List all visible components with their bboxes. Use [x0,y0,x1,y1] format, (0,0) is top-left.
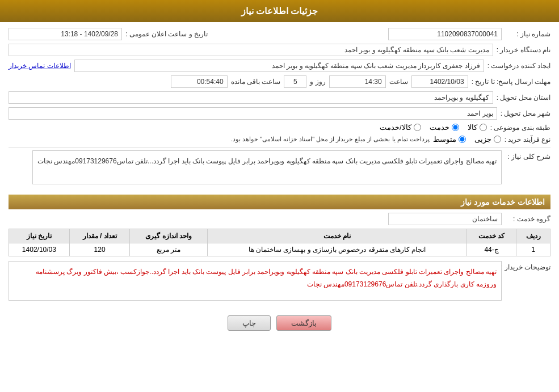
need-number-label: شماره نیاز : [505,30,550,38]
button-row: بازگشت چاپ [9,310,550,336]
buyer-org-value: مدیریت شعب بانک سپه منطقه کهگیلویه و بوی… [9,44,493,56]
category-radio-kala-khedmat[interactable] [414,124,421,131]
buyer-org-label: نام دستگاه خریدار : [497,46,550,54]
purchase-type-option-jozi[interactable]: جزیی [474,135,501,144]
purchase-type-radio-motavaset[interactable] [459,136,466,143]
category-label-kala-khedmat: کالا/خدمت [380,123,411,132]
category-radio-group: کالا/خدمت خدمت کالا [380,123,487,132]
row-city: شهر محل تحویل : بویر احمد [9,107,550,120]
table-header-row: ردیف کد خدمت نام خدمت واحد اندازه گیری ت… [9,229,550,243]
purchase-type-radio-group: متوسط جزیی [433,135,501,144]
city-label: شهر محل تحویل : [501,109,550,117]
col-date: تاریخ نیاز [9,229,70,243]
response-date-value: 1402/10/03 [411,75,468,88]
category-option-kala[interactable]: کالا [468,123,487,132]
row-need-desc: شرح کلی نیاز : تهیه مصالح واجرای تعمیرات… [9,150,550,189]
row-need-number: شماره نیاز : 1102090837000041 تاریخ و سا… [9,28,550,40]
need-number-value: 1102090837000041 [388,28,502,40]
divider-1 [9,147,550,147]
category-label-kala: کالا [468,123,477,132]
buyer-comments-value: تهیه مصالح واجرای تعمیرات تابلو فلکسی مد… [9,261,502,301]
province-value: کهگیلویه و بویراحمد [9,91,493,104]
purchase-type-option-motavaset[interactable]: متوسط [433,135,466,144]
col-row-num: ردیف [516,229,550,243]
province-label: استان محل تحویل : [497,94,550,102]
print-button[interactable]: چاپ [228,315,271,331]
announce-label: تاریخ و ساعت اعلان عمومی : [125,30,208,38]
requester-value: فرزاد جعفری کاربرداز مدیریت شعب بانک سپه… [74,60,484,72]
need-desc-value: تهیه مصالح واجرای تعمیرات تابلو فلکسی مد… [32,150,502,184]
page-title: جزئیات اطلاعات نیاز [241,6,318,16]
response-days-label: روز و [310,78,325,86]
city-value: بویر احمد [9,107,497,120]
row-buyer-org: نام دستگاه خریدار : مدیریت شعب بانک سپه … [9,44,550,56]
table-cell-quantity: 120 [69,243,130,256]
category-radio-kala[interactable] [480,124,487,131]
col-service-code: کد خدمت [466,229,516,243]
category-option-kala-khedmat[interactable]: کالا/خدمت [380,123,421,132]
table-row: 1ج-44انجام کارهای متفرقه درخصوص بازسازی … [9,243,550,256]
service-info-section-title: اطلاعات خدمات مورد نیاز [9,195,550,209]
service-table: ردیف کد خدمت نام خدمت واحد اندازه گیری ت… [9,229,550,256]
back-button[interactable]: بازگشت [276,315,331,331]
category-radio-khedmat[interactable] [452,124,459,131]
requester-contact-link[interactable]: اطلاعات تماس خریدار [9,62,71,70]
requester-label: ایجاد کننده درخواست : [487,62,550,70]
row-buyer-comments: توضیحات خریدار : تهیه مصالح واجرای تعمیر… [9,261,550,306]
response-remaining-value: 00:54:40 [171,75,228,88]
purchase-type-label-motavaset: متوسط [433,135,456,144]
row-response-deadline: مهلت ارسال پاسخ: تا تاریخ : 1402/10/03 س… [9,75,550,88]
page-header: جزئیات اطلاعات نیاز [0,0,559,22]
table-cell-service_name: انجام کارهای متفرقه درخصوص بازسازی و بهس… [208,243,467,256]
page-wrapper: جزئیات اطلاعات نیاز شماره نیاز : 1102090… [0,0,559,392]
buyer-comments-label: توضیحات خریدار : [505,263,550,271]
purchase-type-label: نوع فرآیند خرید : [505,136,550,144]
service-group-value: ساختمان [388,213,502,225]
table-cell-row_num: 1 [516,243,550,256]
response-time-value: 14:30 [329,75,386,88]
purchase-type-radio-jozi[interactable] [494,136,501,143]
category-label-khedmat: خدمت [430,123,449,132]
table-cell-date: 1402/10/03 [9,243,70,256]
row-requester: ایجاد کننده درخواست : فرزاد جعفری کاربرد… [9,60,550,72]
announce-value: 1402/09/28 - 13:18 [9,28,122,40]
category-option-khedmat[interactable]: خدمت [430,123,459,132]
need-desc-label: شرح کلی نیاز : [505,153,550,161]
row-province: استان محل تحویل : کهگیلویه و بویراحمد [9,91,550,104]
row-purchase-type: نوع فرآیند خرید : متوسط جزیی پرداخت تمام… [9,135,550,144]
purchase-type-note: پرداخت تمام یا بخشی از مبلغ خریدار از مح… [231,136,430,143]
category-label: طبقه بندی موضوعی : [490,124,550,132]
response-time-label: ساعت [389,78,408,86]
col-service-name: نام خدمت [208,229,467,243]
response-remaining-label: ساعت باقی مانده [231,78,281,86]
table-cell-service_code: ج-44 [466,243,516,256]
response-days-value: 5 [284,75,306,88]
col-unit: واحد اندازه گیری [130,229,208,243]
table-cell-unit: متر مربع [130,243,208,256]
purchase-type-label-jozi: جزیی [474,135,491,144]
row-service-group: گروه خدمت : ساختمان [9,213,550,225]
response-deadline-label: مهلت ارسال پاسخ: تا تاریخ : [472,78,550,86]
content-area: شماره نیاز : 1102090837000041 تاریخ و سا… [0,22,559,342]
col-quantity: تعداد / مقدار [69,229,130,243]
service-group-label: گروه خدمت : [505,215,550,223]
row-category: طبقه بندی موضوعی : کالا/خدمت خدمت کالا [9,123,550,132]
